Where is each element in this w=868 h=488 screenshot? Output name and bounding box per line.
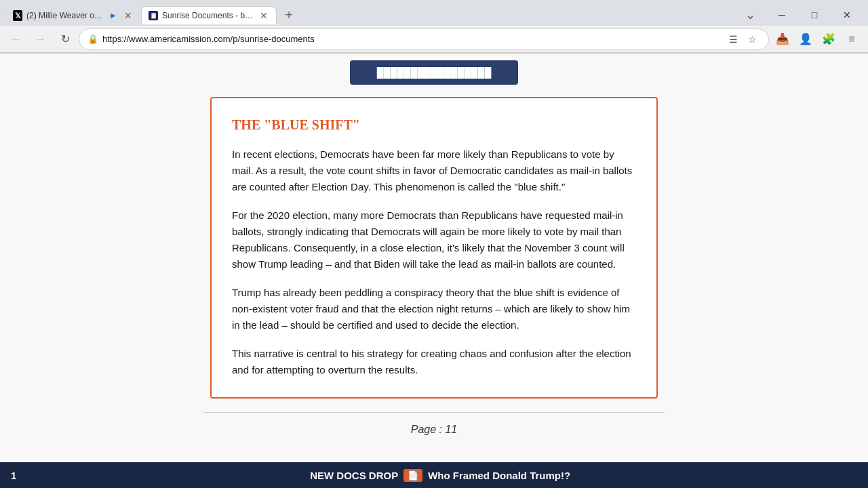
tab-bar: 𝕏 (2) Millie Weaver on X: "Oct... ▶ ✕ 📋 …	[0, 0, 868, 26]
minimize-button[interactable]: ─	[766, 4, 797, 26]
pocket-icon[interactable]: 📥	[772, 28, 793, 50]
x-favicon-icon: 𝕏	[13, 11, 22, 20]
back-button[interactable]: ←	[5, 28, 27, 50]
tab-list-button[interactable]: ⌄	[740, 5, 761, 25]
top-button-area: █████████████████	[350, 60, 519, 85]
sunrise-favicon-icon: 📋	[149, 11, 158, 20]
status-new-docs-drop: NEW DOCS DROP	[310, 470, 398, 481]
refresh-button[interactable]: ↻	[54, 28, 76, 50]
tab-x[interactable]: 𝕏 (2) Millie Weaver on X: "Oct... ▶ ✕	[5, 6, 141, 24]
account-icon[interactable]: 👤	[795, 28, 816, 50]
url-input[interactable]	[102, 34, 721, 44]
article-paragraph-2: For the 2020 election, many more Democra…	[232, 207, 636, 272]
close-button[interactable]: ✕	[831, 4, 863, 26]
bookmark-icon[interactable]: ☆	[744, 31, 760, 47]
page-divider	[203, 412, 665, 413]
status-subtext: Who Framed Donald Trump!?	[428, 470, 570, 481]
reader-mode-icon[interactable]: ☰	[725, 31, 741, 47]
address-bar[interactable]: 🔒 ☰ ☆	[79, 28, 769, 50]
toolbar-icons: 📥 👤 🧩 ≡	[772, 28, 863, 50]
playing-indicator: ▶	[111, 12, 116, 19]
maximize-button[interactable]: □	[799, 4, 830, 26]
lock-icon: 🔒	[87, 34, 98, 44]
article-box: THE "BLUE SHIFT" In recent elections, De…	[210, 97, 658, 399]
forward-button[interactable]: →	[30, 28, 52, 50]
page-number-label: Page :	[411, 424, 442, 435]
article-paragraph-1: In recent elections, Democrats have been…	[232, 146, 636, 195]
status-bar: 1 NEW DOCS DROP 📄 Who Framed Donald Trum…	[0, 462, 868, 488]
page-number: Page : 11	[411, 424, 458, 436]
status-badge: 📄	[403, 469, 422, 482]
new-tab-button[interactable]: +	[279, 5, 298, 24]
article-title: THE "BLUE SHIFT"	[232, 117, 636, 133]
article-paragraph-4: This narrative is central to his strateg…	[232, 346, 636, 378]
tab-x-close-button[interactable]: ✕	[123, 9, 134, 22]
tab-x-title: (2) Millie Weaver on X: "Oct...	[26, 11, 106, 20]
address-bar-icons: ☰ ☆	[725, 31, 760, 47]
browser-chrome: 𝕏 (2) Millie Weaver on X: "Oct... ▶ ✕ 📋 …	[0, 0, 868, 54]
status-index: 1	[11, 470, 16, 481]
menu-icon[interactable]: ≡	[841, 28, 863, 50]
status-bar-text: NEW DOCS DROP 📄 Who Framed Donald Trump!…	[23, 469, 857, 482]
nav-bar: ← → ↻ 🔒 ☰ ☆ 📥 👤 🧩 ≡	[0, 26, 868, 53]
tab-sunrise-close-button[interactable]: ✕	[258, 9, 269, 22]
top-button[interactable]: █████████████████	[350, 60, 519, 85]
article-paragraph-3: Trump has already been peddling a conspi…	[232, 285, 636, 333]
extensions-icon[interactable]: 🧩	[818, 28, 840, 50]
page-number-value: 11	[445, 424, 457, 435]
tab-sunrise-title: Sunrise Documents - by Ameri...	[162, 11, 254, 20]
tab-sunrise[interactable]: 📋 Sunrise Documents - by Ameri... ✕	[141, 6, 277, 24]
page-content: █████████████████ THE "BLUE SHIFT" In re…	[0, 54, 868, 463]
window-controls: ─ □ ✕	[766, 4, 863, 26]
